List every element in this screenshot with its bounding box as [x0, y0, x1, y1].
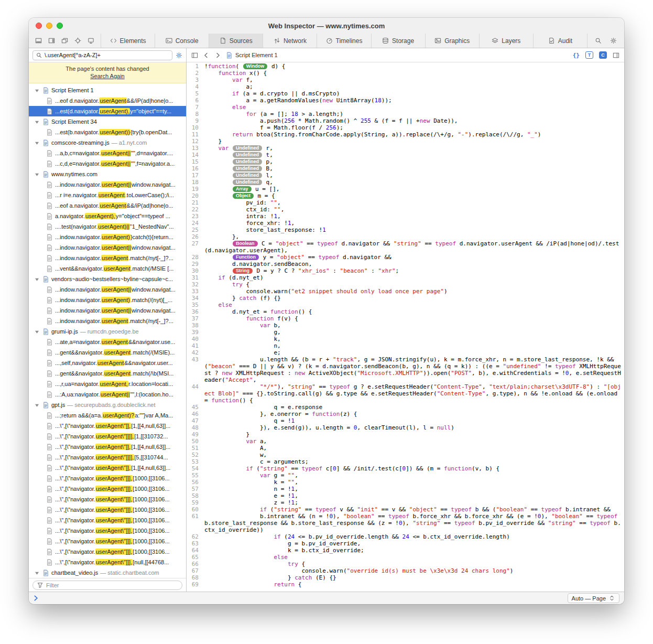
search-result-row[interactable]: ...\",[\"navigator.userAgent\"]]],[1000,… — [29, 546, 186, 557]
line-number[interactable]: 60 — [187, 506, 201, 513]
search-result-row[interactable]: ...indow.navigator.userAgent.match(/nyt[… — [29, 316, 186, 326]
disclosure-triangle-icon[interactable] — [34, 402, 40, 409]
search-result-row[interactable]: ...c,d,e=navigator.userAgent||"",f=navig… — [29, 158, 186, 169]
search-result-row[interactable]: ...\",[\"navigator.userAgent\"]]],[1000,… — [29, 484, 186, 494]
execution-context-picker[interactable]: Auto — Page — [568, 593, 619, 603]
line-number[interactable]: 37 — [187, 315, 201, 322]
line-number[interactable]: 38 — [187, 322, 201, 329]
line-number[interactable]: 45 — [187, 404, 201, 411]
tree-group-www-nytimes-com[interactable]: www.nytimes.com — [29, 169, 186, 179]
line-number[interactable]: 2 — [187, 70, 201, 77]
console-prompt-icon[interactable] — [34, 595, 40, 602]
search-result-row[interactable]: ...\",[\"navigator.userAgent\"]]],[1000,… — [29, 505, 186, 515]
search-result-row[interactable]: ...,r,ua=navigator.userAgent,r.location=… — [29, 379, 186, 389]
forward-icon[interactable] — [214, 52, 221, 59]
line-number[interactable]: 9 — [187, 117, 201, 124]
line-number[interactable]: 4 — [187, 83, 201, 90]
disclosure-triangle-icon[interactable] — [34, 87, 40, 94]
toolbar-tab-sources[interactable]: Sources — [209, 34, 263, 48]
search-result-row[interactable]: ...r i=e.navigator.userAgent.toLowerCase… — [29, 190, 186, 200]
line-number[interactable]: 14 — [187, 152, 201, 158]
search-result-row[interactable]: ...a,b,c=navigator.userAgent||"",d=navig… — [29, 148, 186, 158]
line-number[interactable]: 24 — [187, 220, 201, 227]
line-number[interactable]: 63 — [187, 540, 201, 547]
line-number[interactable]: 46 — [187, 411, 201, 417]
dock-side-icon[interactable] — [48, 37, 55, 44]
line-number[interactable]: 68 — [187, 574, 201, 581]
line-number[interactable]: 49 — [187, 431, 201, 438]
line-number[interactable]: 69 — [187, 581, 201, 588]
minimize-button[interactable] — [46, 23, 52, 29]
toolbar-tab-network[interactable]: Network — [263, 34, 317, 48]
resource-tab[interactable]: Script Element 1 — [226, 52, 278, 59]
toolbar-tab-storage[interactable]: Storage — [371, 34, 425, 48]
line-number[interactable]: 20 — [187, 192, 201, 199]
line-number[interactable]: 39 — [187, 329, 201, 336]
device-settings-icon[interactable] — [88, 37, 94, 44]
line-number[interactable]: 65 — [187, 554, 201, 561]
titlebar[interactable]: Web Inspector — www.nytimes.com — [29, 18, 624, 34]
line-number[interactable]: 59 — [187, 499, 201, 506]
line-number[interactable]: 27 — [187, 240, 201, 254]
toolbar-tab-console[interactable]: Console — [155, 34, 209, 48]
line-number[interactable]: 53 — [187, 458, 201, 465]
search-icon[interactable] — [595, 37, 602, 44]
line-number[interactable]: 64 — [187, 547, 201, 554]
back-icon[interactable] — [203, 52, 210, 59]
tree-group-vendors-bundle[interactable]: vendors~audio~bestsellers~byline~capsule… — [29, 274, 186, 284]
line-number[interactable]: 12 — [187, 138, 201, 145]
line-number[interactable]: 41 — [187, 342, 201, 349]
line-number[interactable]: 16 — [187, 165, 201, 172]
line-number[interactable]: 31 — [187, 274, 201, 281]
search-result-row[interactable]: ...vent&&navigator.userAgent.match(/MSIE… — [29, 263, 186, 274]
search-result-row[interactable]: ...\",[\"navigator.userAgent\"]]],[1000,… — [29, 494, 186, 505]
disclosure-triangle-icon[interactable] — [34, 570, 40, 576]
details-sidebar-toggle-icon[interactable] — [613, 52, 619, 59]
line-number[interactable]: 29 — [187, 261, 201, 267]
line-number[interactable]: 10 — [187, 124, 201, 131]
line-number[interactable]: 25 — [187, 227, 201, 233]
toolbar-tab-elements[interactable]: Elements — [101, 34, 155, 48]
line-number[interactable]: 30 — [187, 267, 201, 274]
search-result-row[interactable]: ...eof a.navigator.userAgent&&/iP(ad|hon… — [29, 200, 186, 211]
code-editor[interactable]: 1!function( Window d) {2 function x() {3… — [187, 62, 624, 592]
line-number[interactable]: 40 — [187, 336, 201, 342]
line-number[interactable]: 21 — [187, 199, 201, 206]
search-result-row[interactable]: ...\",[\"navigator.userAgent\"]]],[1000,… — [29, 525, 186, 536]
line-number[interactable]: 43 — [187, 356, 201, 383]
line-number[interactable]: 26 — [187, 233, 201, 240]
settings-gear-icon[interactable] — [610, 37, 617, 44]
toolbar-tab-audit[interactable]: Audit — [533, 34, 587, 48]
search-result-row[interactable]: ...\",[\"navigator.userAgent\"]],[1,[[4,… — [29, 463, 186, 473]
search-settings-gear-icon[interactable] — [176, 52, 182, 59]
line-number[interactable]: 22 — [187, 206, 201, 213]
line-number[interactable]: 48 — [187, 424, 201, 431]
type-profiler-button[interactable]: T — [585, 51, 593, 59]
line-number[interactable]: 3 — [187, 77, 201, 83]
search-result-row[interactable]: ...indow.navigator.userAgent).match(/(ny… — [29, 295, 186, 305]
line-number[interactable]: 57 — [187, 486, 201, 492]
element-picker-icon[interactable] — [74, 37, 81, 44]
disclosure-triangle-icon[interactable] — [34, 328, 40, 335]
line-number[interactable]: 47 — [187, 417, 201, 424]
line-number[interactable]: 67 — [187, 567, 201, 574]
line-number[interactable]: 18 — [187, 179, 201, 186]
search-result-row[interactable]: ...indow.navigator.userAgent||window.nav… — [29, 284, 186, 295]
search-result-row[interactable]: ...;return a&&(a=a.userAgent)?a:""}var A… — [29, 410, 186, 421]
search-result-row[interactable]: ...\",[\"navigator.userAgent\"]]],[1000,… — [29, 536, 186, 546]
close-button[interactable] — [36, 23, 42, 29]
line-number[interactable]: 11 — [187, 131, 201, 138]
search-result-row[interactable]: ...gent&&navigator.userAgent.match(/\b(M… — [29, 368, 186, 379]
search-input[interactable] — [45, 52, 169, 58]
toolbar-tab-graphics[interactable]: Graphics — [425, 34, 479, 48]
search-result-row[interactable]: ...gent&&navigator.userAgent.match(/(MSI… — [29, 347, 186, 358]
search-result-row[interactable]: ...\",[\"navigator.userAgent\"]]]],[5,[[… — [29, 452, 186, 463]
line-number[interactable]: 50 — [187, 438, 201, 445]
line-number[interactable]: 66 — [187, 561, 201, 567]
search-again-link[interactable]: Search Again — [90, 73, 124, 79]
disclosure-triangle-icon[interactable] — [34, 276, 40, 283]
line-number[interactable]: 55 — [187, 472, 201, 479]
line-number[interactable]: 35 — [187, 302, 201, 308]
line-number[interactable]: 42 — [187, 349, 201, 356]
search-result-row[interactable]: ...,self,navigator.userAgent&&navigator.… — [29, 358, 186, 368]
